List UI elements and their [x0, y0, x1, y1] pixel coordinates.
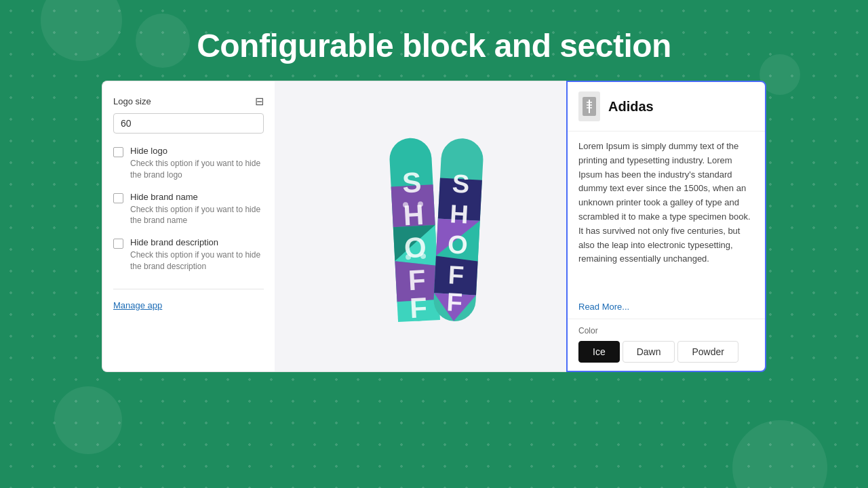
page-title: Configurable block and section — [197, 27, 671, 64]
color-options: Ice Dawn Powder — [578, 341, 754, 363]
svg-text:S: S — [401, 166, 422, 199]
brand-logo — [578, 92, 600, 121]
color-btn-dawn[interactable]: Dawn — [623, 341, 675, 363]
read-more-link[interactable]: Read More... — [568, 302, 765, 319]
svg-text:F: F — [446, 287, 463, 317]
option-group-hide-brand-desc: Hide brand description Check this option… — [113, 237, 264, 272]
manage-app-link[interactable]: Manage app — [113, 300, 264, 310]
color-btn-ice[interactable]: Ice — [578, 341, 620, 363]
svg-text:H: H — [449, 199, 469, 228]
info-panel: Adidas Lorem Ipsum is simply dummy text … — [566, 81, 766, 372]
hide-brand-description-checkbox[interactable] — [113, 239, 123, 249]
color-section: Color Ice Dawn Powder — [568, 319, 765, 371]
brand-name: Adidas — [608, 99, 654, 115]
brand-header: Adidas — [568, 82, 765, 131]
svg-text:F: F — [448, 260, 465, 289]
hide-logo-title: Hide logo — [130, 146, 264, 156]
hide-brand-name-checkbox[interactable] — [113, 193, 123, 203]
database-icon: ⊟ — [255, 95, 264, 108]
content-area: Logo size ⊟ Hide logo Check this option … — [102, 81, 766, 372]
option-group-hide-brand-name: Hide brand name Check this option if you… — [113, 192, 264, 227]
page-wrapper: Configurable block and section Logo size… — [0, 0, 868, 488]
logo-size-input[interactable] — [113, 113, 264, 134]
hide-brand-desc-desc: Check this option if you want to hide th… — [130, 249, 264, 272]
hide-brand-desc-title: Hide brand description — [130, 237, 264, 247]
color-label: Color — [578, 326, 754, 336]
svg-text:O: O — [447, 230, 469, 259]
hide-brand-name-desc: Check this option if you want to hide th… — [130, 204, 264, 227]
product-panel: S H O F F — [275, 81, 566, 372]
brand-description: Lorem Ipsum is simply dummy text of the … — [568, 131, 765, 302]
svg-text:S: S — [452, 169, 471, 199]
logo-size-label: Logo size ⊟ — [113, 95, 264, 108]
hide-logo-checkbox[interactable] — [113, 147, 123, 157]
divider — [113, 289, 264, 289]
color-btn-powder[interactable]: Powder — [677, 341, 738, 363]
adidas-logo-icon — [581, 94, 597, 119]
hide-logo-desc: Check this option if you want to hide th… — [130, 158, 264, 181]
hide-brand-name-title: Hide brand name — [130, 192, 264, 202]
option-group-hide-logo: Hide logo Check this option if you want … — [113, 146, 264, 181]
snowboard-image: S H O F F — [346, 121, 495, 331]
settings-panel: Logo size ⊟ Hide logo Check this option … — [102, 81, 275, 372]
svg-text:F: F — [409, 291, 428, 324]
